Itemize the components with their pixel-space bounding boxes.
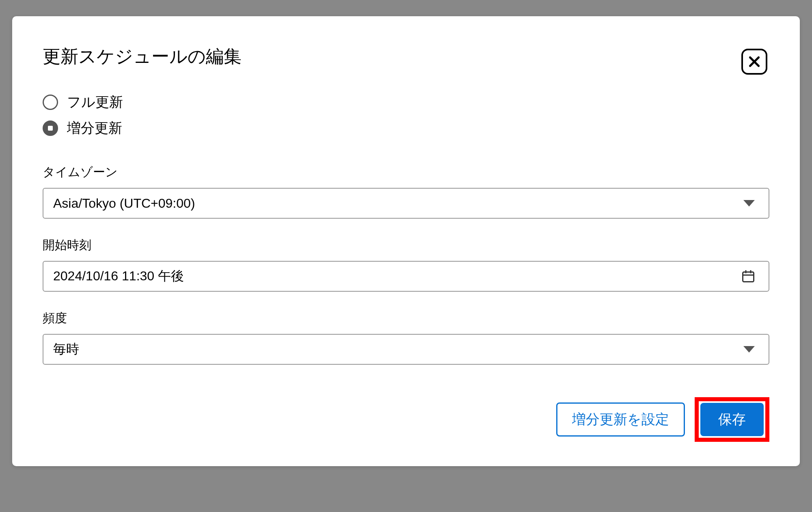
frequency-label: 頻度 (43, 310, 769, 327)
svg-rect-2 (743, 272, 754, 282)
radio-label-incremental: 増分更新 (67, 119, 122, 138)
frequency-value: 毎時 (53, 340, 743, 358)
close-icon (747, 54, 762, 69)
timezone-group: タイムゾーン Asia/Tokyo (UTC+09:00) (43, 164, 769, 219)
start-time-group: 開始時刻 2024/10/16 11:30 午後 (43, 237, 769, 292)
modal-overlay: 更新スケジュールの編集 フル更新 増分更新 タイムゾーン Asia/Tokyo … (0, 0, 812, 512)
frequency-group: 頻度 毎時 (43, 310, 769, 365)
radio-label-full: フル更新 (67, 93, 123, 112)
edit-refresh-schedule-modal: 更新スケジュールの編集 フル更新 増分更新 タイムゾーン Asia/Tokyo … (12, 16, 800, 466)
radio-icon (43, 95, 58, 110)
timezone-select[interactable]: Asia/Tokyo (UTC+09:00) (43, 188, 769, 219)
save-button[interactable]: 保存 (700, 403, 764, 436)
start-time-input[interactable]: 2024/10/16 11:30 午後 (43, 261, 769, 292)
save-button-highlight: 保存 (695, 397, 769, 442)
radio-incremental-refresh[interactable]: 増分更新 (43, 119, 769, 138)
timezone-label: タイムゾーン (43, 164, 769, 181)
configure-incremental-button[interactable]: 増分更新を設定 (556, 402, 685, 437)
chevron-down-icon (743, 200, 755, 207)
frequency-select[interactable]: 毎時 (43, 334, 769, 365)
calendar-icon (741, 269, 756, 284)
start-time-value: 2024/10/16 11:30 午後 (53, 267, 741, 285)
modal-footer: 増分更新を設定 保存 (43, 397, 769, 442)
radio-full-refresh[interactable]: フル更新 (43, 93, 769, 112)
start-time-label: 開始時刻 (43, 237, 769, 254)
refresh-type-radio-group: フル更新 増分更新 (43, 93, 769, 138)
chevron-down-icon (743, 346, 755, 353)
modal-title: 更新スケジュールの編集 (43, 45, 769, 69)
radio-icon-selected (43, 120, 58, 136)
timezone-value: Asia/Tokyo (UTC+09:00) (53, 196, 743, 211)
close-button[interactable] (741, 49, 767, 75)
